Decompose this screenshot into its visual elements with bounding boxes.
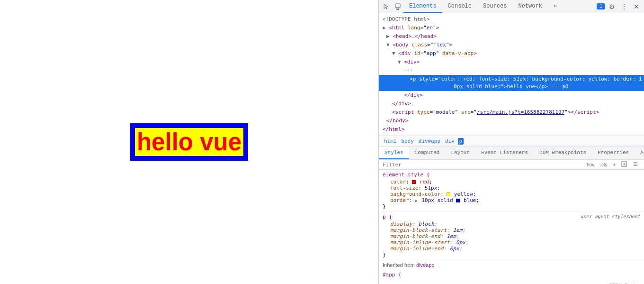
style-prop-fontsize: font-size: 51px;: [383, 185, 640, 191]
dom-line-head[interactable]: ▶ <head>…</head>: [379, 32, 644, 41]
style-prop-margin-block-end: margin-block-end: 1em;: [383, 233, 640, 239]
script-src-link[interactable]: /src/main.js?t=1658822781197: [477, 109, 564, 115]
devtools-top-tabs: Elements Console Sources Network »: [403, 0, 597, 13]
pseudo-states-btn[interactable]: :hov: [583, 162, 596, 168]
toggle-btn[interactable]: [631, 161, 640, 168]
device-icon[interactable]: [392, 1, 403, 12]
style-rule-app: #app {: [379, 270, 644, 281]
breadcrumb-p[interactable]: p: [458, 138, 464, 145]
style-prop-margin-block-start: margin-block-start: 1em;: [383, 227, 640, 233]
style-rule-close2: }: [383, 252, 640, 258]
dom-line-ellipsis[interactable]: ···: [379, 66, 644, 75]
dom-line-doctype[interactable]: <!DOCTYPE html>: [379, 15, 644, 24]
inherited-from-text: Inherited from: [383, 262, 415, 268]
elements-panel: <!DOCTYPE html> ▶ <html lang="en"> ▶ <he…: [379, 13, 644, 284]
expand-btn[interactable]: [619, 161, 629, 168]
breadcrumb-div[interactable]: div: [444, 138, 456, 145]
tab-accessibility[interactable]: Accessibility: [635, 147, 644, 159]
tab-event-listeners[interactable]: Event Listeners: [475, 147, 534, 159]
dom-line-div[interactable]: ▼ <div>: [379, 58, 644, 66]
notification-badge: 1: [597, 3, 605, 9]
hello-vue-element: hello vue: [130, 123, 248, 161]
more-options-button[interactable]: ⋮: [618, 1, 630, 12]
breadcrumb-divapp[interactable]: div#app: [417, 138, 442, 145]
csdn-watermark: CSDN @styles: [379, 281, 644, 284]
style-prop-margin-inline-end: margin-inline-end: 0px;: [383, 246, 640, 252]
cls-btn[interactable]: .cls: [598, 162, 609, 168]
breadcrumb-body[interactable]: body: [400, 138, 415, 145]
style-selector-app: #app {: [383, 272, 640, 278]
style-origin: user agent stylesheet: [581, 214, 640, 219]
dom-line-close-div1[interactable]: </div>: [379, 91, 644, 100]
tab-computed[interactable]: Computed: [409, 147, 446, 159]
dom-line-close-div2[interactable]: </div>: [379, 100, 644, 108]
styles-tab-bar: Styles Computed Layout Event Listeners D…: [379, 147, 644, 160]
breadcrumb-html[interactable]: html: [383, 138, 398, 145]
style-prop-margin-inline-start: margin-inline-start: 0px;: [383, 239, 640, 246]
devtools-topbar-right: 1 ⚙ ⋮ ✕: [597, 1, 642, 12]
style-prop-bgcolor: background-color: yellow;: [383, 191, 640, 197]
color-swatch-blue[interactable]: [456, 199, 460, 202]
style-rule-element: element.style { color: red; font-size: 5…: [379, 170, 644, 212]
tab-layout[interactable]: Layout: [445, 147, 475, 159]
devtools-topbar: Elements Console Sources Network » 1 ⚙ ⋮…: [379, 0, 644, 13]
tab-styles[interactable]: Styles: [379, 147, 409, 159]
webpage-preview: hello vue: [0, 0, 379, 284]
tab-sources[interactable]: Sources: [477, 0, 512, 13]
styles-content[interactable]: element.style { color: red; font-size: 5…: [379, 170, 644, 284]
filter-buttons: :hov .cls +: [583, 161, 640, 168]
dom-line-p-selected[interactable]: <p style="color: red; font-size: 51px; b…: [379, 75, 644, 91]
settings-button[interactable]: ⚙: [606, 1, 617, 12]
style-prop-border: border: ▶ 10px solid blue;: [383, 197, 640, 203]
svg-rect-0: [395, 4, 400, 8]
inherited-from-selector[interactable]: div#app: [416, 262, 435, 268]
dom-line-script[interactable]: <script type="module" src="/src/main.js?…: [379, 108, 644, 117]
tab-elements[interactable]: Elements: [403, 0, 442, 13]
inherited-header: Inherited from div#app: [379, 260, 644, 270]
color-swatch-yellow[interactable]: [447, 192, 450, 196]
tab-properties[interactable]: Properties: [592, 147, 635, 159]
tab-network[interactable]: Network: [512, 0, 547, 13]
filter-input[interactable]: [383, 162, 581, 168]
dom-line-html[interactable]: ▶ <html lang="en">: [379, 24, 644, 32]
tab-more[interactable]: »: [548, 0, 563, 13]
tab-console[interactable]: Console: [442, 0, 477, 13]
tab-dom-breakpoints[interactable]: DOM Breakpoints: [534, 147, 592, 159]
dom-line-body[interactable]: ▼ <body class="flex">: [379, 41, 644, 49]
dom-line-div-app[interactable]: ▼ <div id="app" data-v-app>: [379, 49, 644, 58]
close-devtools-button[interactable]: ✕: [631, 1, 642, 12]
style-prop-display: display: block;: [383, 221, 640, 227]
breadcrumb-bar: html body div#app div p: [379, 136, 644, 147]
devtools-panel: Elements Console Sources Network » 1 ⚙ ⋮…: [379, 0, 644, 284]
triangle-icon[interactable]: ▶: [415, 199, 418, 203]
style-prop-color: color: red;: [383, 179, 640, 185]
style-selector-p: p { user agent stylesheet: [383, 214, 640, 220]
dom-line-close-html[interactable]: </html>: [379, 125, 644, 134]
color-swatch-red[interactable]: [412, 180, 416, 184]
dom-tree[interactable]: <!DOCTYPE html> ▶ <html lang="en"> ▶ <he…: [379, 13, 644, 136]
style-rule-close1: }: [383, 203, 640, 210]
dom-line-close-body[interactable]: </body>: [379, 117, 644, 125]
cursor-icon[interactable]: [381, 1, 392, 12]
filter-bar: :hov .cls +: [379, 160, 644, 170]
style-rule-p: p { user agent stylesheet display: block…: [379, 212, 644, 260]
style-selector-element: element.style {: [383, 172, 640, 178]
add-rule-btn[interactable]: +: [611, 162, 617, 168]
